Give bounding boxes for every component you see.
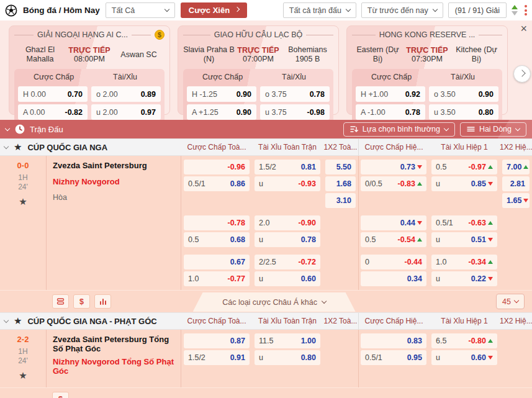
odds-cell[interactable]: 11.51.00 [255, 333, 320, 348]
favorite-star-icon[interactable]: ★ [14, 142, 22, 153]
odds-cell[interactable]: A -1.000.78 [356, 104, 425, 120]
favorite-star-icon[interactable]: ★ [14, 315, 22, 327]
odds-cell[interactable]: 1.65 [502, 193, 530, 208]
display-mode-select[interactable]: Lựa chọn bình thường [343, 122, 455, 137]
odds-cell[interactable]: u0.85 [431, 176, 497, 191]
odds-cell[interactable]: 6.5-0.80 [431, 333, 497, 348]
favorite-star-icon[interactable]: ★ [0, 196, 46, 207]
market-count-select[interactable]: 45 [496, 294, 525, 309]
odds-cell[interactable]: 0.34 [361, 271, 426, 286]
odds-cell[interactable]: o 2.000.89 [91, 86, 161, 102]
odds-cell[interactable]: 2.0-0.90 [255, 215, 320, 230]
collapse-chevron-icon[interactable] [4, 143, 9, 148]
odds-cell[interactable]: u0.78 [255, 232, 320, 247]
odds-cell[interactable]: 3.10 [325, 193, 356, 208]
live-card[interactable]: GIAO HỮU CÂU LẠC BỘ Slavia Praha B (N) T… [178, 25, 339, 115]
chevron-down-icon [444, 125, 449, 130]
odds-cell[interactable]: 5.50 [325, 160, 356, 174]
odds-cell[interactable]: -0.78 [184, 215, 250, 230]
odds-cell[interactable]: o 3.750.78 [260, 86, 330, 102]
clock-icon [15, 124, 25, 134]
overunder-header: Tài/Xỉu [258, 73, 330, 81]
away-team: Nizhny Novgorod Tổng Số Phạt Góc [53, 357, 174, 376]
close-icon[interactable]: × [520, 23, 527, 34]
odds-cell[interactable]: H -1.250.90 [187, 86, 256, 102]
home-team: Zvezda Saint Petersburg [53, 161, 174, 170]
odds-cell[interactable]: u-0.93 [255, 176, 320, 191]
line-mode-select[interactable]: Hai Dòng [460, 122, 526, 137]
odds-cell[interactable]: 1.68 [325, 176, 356, 191]
odds-cell[interactable]: u 3.500.80 [429, 104, 498, 120]
odds-cell[interactable]: u 3.75-0.98 [260, 104, 330, 120]
two-lines-icon [467, 126, 475, 132]
league-header: ★ CÚP QUỐC GIA NGA Cược Chấp Toà... Tài … [0, 138, 532, 156]
odds-cell[interactable]: 7.00 [502, 160, 530, 174]
odds-cell[interactable]: 0.67 [184, 255, 250, 269]
time-filter-select[interactable]: Từ trước đến nay [361, 2, 443, 18]
odds-cell[interactable]: 1.5/20.91 [184, 350, 250, 365]
coupon-icon [56, 297, 65, 305]
odds-cell[interactable]: u 2.000.97 [91, 104, 161, 120]
odds-cell[interactable]: 0.5/1-0.63 [431, 215, 497, 230]
sort-toggle-icon[interactable] [512, 5, 518, 16]
money-button[interactable]: $ [52, 392, 69, 398]
match-minute: 24' [0, 183, 46, 192]
odds-cell[interactable]: 0/0.5-0.83 [361, 176, 426, 191]
odds-cell[interactable]: 1.0-0.77 [184, 271, 250, 286]
odds-cell[interactable]: H 0.000.70 [18, 86, 88, 102]
odds-cell[interactable]: 2.81 [502, 176, 530, 191]
odds-cell[interactable]: 1.0-0.34 [431, 255, 497, 269]
odds-cell[interactable]: 0.73 [361, 160, 426, 174]
collapse-chevron-icon[interactable] [4, 317, 9, 322]
page-title: Bóng đá / Hôm Nay [23, 6, 100, 15]
parlay-button[interactable]: Cược Xiên [181, 2, 247, 18]
league-name: CÚP QUỐC GIA NGA - PHẠT GÓC [27, 317, 156, 326]
column-header: Tài Xỉu Toàn Trận [252, 143, 323, 152]
trend-arrow-icon [488, 182, 493, 186]
favorite-star-icon[interactable]: ★ [0, 370, 46, 381]
odds-cell[interactable]: -0.96 [184, 160, 250, 174]
odds-cell[interactable]: 0.5/10.86 [184, 176, 250, 191]
live-score: 0-0 [0, 161, 46, 170]
odds-cell[interactable]: 0.5-0.97 [431, 160, 497, 174]
odds-cell[interactable]: 0.87 [184, 333, 250, 348]
odds-cell[interactable]: u0.80 [255, 350, 320, 365]
odds-cell[interactable]: u0.51 [431, 232, 497, 247]
match-row: 0-0 1H 24' ★ Zvezda Saint Petersburg Niz… [0, 156, 532, 290]
match-period: 1H [0, 347, 46, 356]
more-bets-dropdown[interactable]: Các loại cược Châu Á khác [193, 292, 356, 312]
odds-cell[interactable]: u0.60 [431, 350, 497, 365]
odds-cell[interactable]: 0.5-0.54 [361, 232, 426, 247]
odds-cell[interactable]: u0.60 [255, 271, 320, 286]
live-cards-strip: GIẢI NGOẠI HẠNG AI C... $ Ghazl El Mahal… [0, 20, 532, 120]
menu-dots-icon[interactable] [525, 5, 527, 16]
trend-arrow-icon [488, 221, 493, 225]
statistics-button[interactable] [94, 294, 111, 309]
odds-cell[interactable]: u0.22 [431, 271, 497, 286]
next-cards-button[interactable] [513, 65, 531, 83]
odds-cell[interactable]: H +1.000.92 [356, 86, 425, 102]
odds-cell[interactable]: A +1.250.90 [187, 104, 256, 120]
odds-cell[interactable]: 0-0.44 [361, 255, 426, 269]
sport-filter-value: Tất Cả [112, 6, 135, 15]
odds-cell[interactable]: A 0.00-0.82 [18, 104, 88, 120]
odds-cell[interactable]: 0.44 [361, 215, 426, 230]
odds-cell[interactable]: 0.50.68 [184, 232, 250, 247]
odds-cell[interactable]: o 3.500.90 [429, 86, 498, 102]
sort-up-icon [512, 5, 518, 9]
coupon-button[interactable] [52, 294, 69, 309]
money-button[interactable]: $ [73, 294, 90, 309]
odds-cell[interactable]: 0.5/10.95 [361, 350, 426, 365]
odds-block: 0.67 1.0-0.77 2/2.5-0.72 u0.60 0-0.44 0.… [181, 255, 532, 286]
chevron-down-icon [514, 298, 519, 303]
sport-filter-select[interactable]: Tất Cả [106, 2, 175, 18]
odds-cell[interactable]: 1.5/20.81 [255, 160, 320, 174]
live-card[interactable]: GIẢI NGOẠI HẠNG AI C... $ Ghazl El Mahal… [9, 25, 170, 115]
collapse-chevron-icon[interactable] [5, 125, 10, 130]
trend-arrow-icon [488, 238, 493, 242]
column-header: Cược Chấp Hiệ... [358, 313, 429, 329]
live-card[interactable]: HONG KONG RESERVE ... Eastern (Dự Bị) TR… [346, 25, 508, 115]
odds-cell[interactable]: 0.83 [361, 333, 426, 348]
odds-cell[interactable]: 2/2.5-0.72 [255, 255, 320, 269]
match-filter-select[interactable]: Tất cả trận đấu [283, 2, 356, 18]
